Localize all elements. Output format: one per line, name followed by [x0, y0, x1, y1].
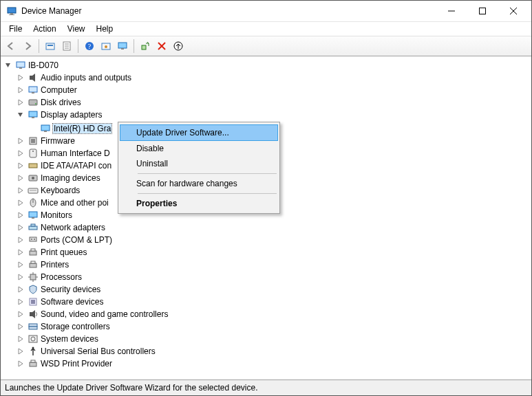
tree-category[interactable]: Keyboards — [16, 184, 85, 197]
properties-icon — [62, 41, 72, 51]
scan-button[interactable] — [138, 38, 153, 54]
svg-rect-31 — [32, 117, 34, 118]
menu-file[interactable]: File — [3, 23, 28, 35]
expand-icon[interactable] — [16, 98, 25, 107]
show-hidden-icon — [101, 41, 111, 51]
svg-rect-1 — [10, 13, 13, 14]
tree-category[interactable]: Storage controllers — [16, 320, 116, 333]
close-button[interactable] — [498, 1, 529, 21]
tree-category[interactable]: Human Interface D — [16, 147, 116, 160]
tree-category[interactable]: Monitors — [16, 209, 78, 221]
show-hidden-button[interactable] — [98, 38, 114, 54]
expand-icon[interactable] — [16, 248, 25, 257]
expand-icon[interactable] — [16, 73, 25, 82]
tree-root[interactable]: IB-D070 — [3, 59, 64, 72]
imaging-icon — [28, 173, 39, 184]
tree-category[interactable]: Printers — [16, 258, 74, 271]
svg-rect-33 — [44, 131, 47, 132]
tree-category[interactable]: Disk drives — [16, 96, 87, 109]
expand-icon[interactable] — [16, 136, 25, 146]
expand-icon[interactable] — [16, 161, 25, 170]
tree-category[interactable]: Computer — [16, 84, 83, 96]
tree-category[interactable]: Mice and other poi — [16, 197, 114, 209]
forward-icon — [23, 41, 32, 51]
back-button[interactable] — [3, 38, 19, 54]
svg-rect-38 — [29, 164, 37, 168]
tree-category-label: Disk drives — [41, 98, 81, 107]
device-tree[interactable]: IB-D070 Audio inputs and outputsComputer… — [1, 56, 531, 380]
properties-button[interactable] — [59, 38, 74, 54]
expand-icon[interactable] — [16, 173, 25, 183]
svg-rect-27 — [32, 92, 34, 94]
tree-category[interactable]: IDE ATA/ATAPI con — [16, 160, 117, 172]
svg-rect-70 — [31, 360, 35, 362]
tree-category[interactable]: System devices — [16, 333, 104, 345]
tree-category[interactable]: Imaging devices — [16, 172, 106, 184]
expand-icon[interactable] — [16, 186, 25, 195]
expand-icon[interactable] — [16, 297, 25, 307]
toolbar-separator — [78, 39, 78, 53]
context-menu-item[interactable]: Update Driver Software... — [120, 124, 278, 141]
tree-category[interactable]: Universal Serial Bus controllers — [16, 345, 161, 358]
collapse-icon[interactable] — [16, 110, 25, 120]
expand-icon[interactable] — [16, 198, 25, 208]
expand-icon[interactable] — [16, 272, 25, 282]
svg-rect-25 — [30, 76, 32, 80]
ide-icon — [28, 160, 39, 171]
expand-icon[interactable] — [16, 309, 25, 319]
context-menu: Update Driver Software...DisableUninstal… — [118, 122, 280, 214]
expand-icon[interactable] — [16, 85, 25, 95]
expand-icon[interactable] — [16, 334, 25, 344]
keyboard-icon — [28, 185, 39, 196]
tree-category[interactable]: Sound, video and game controllers — [16, 308, 173, 320]
toolbar-separator — [134, 39, 134, 53]
printer-icon — [28, 358, 39, 369]
svg-rect-65 — [29, 327, 37, 329]
window-title: Device Manager — [21, 6, 81, 16]
sound-icon — [28, 309, 39, 320]
svg-rect-56 — [30, 274, 36, 280]
tree-category[interactable]: Security devices — [16, 283, 106, 296]
expand-icon[interactable] — [16, 210, 25, 220]
tree-category[interactable]: Display adapters — [16, 109, 107, 121]
forward-button[interactable] — [20, 38, 35, 54]
expand-icon[interactable] — [16, 285, 25, 294]
context-menu-item[interactable]: Disable — [120, 141, 278, 156]
context-menu-item[interactable]: Uninstall — [120, 156, 278, 171]
tree-category[interactable]: Firmware — [16, 135, 81, 147]
svg-rect-62 — [31, 300, 35, 304]
expand-icon[interactable] — [16, 148, 25, 158]
tree-category[interactable]: Processors — [16, 271, 87, 283]
view-monitor-button[interactable] — [115, 38, 130, 54]
scan-icon — [140, 41, 150, 51]
svg-rect-64 — [29, 324, 37, 327]
expand-icon[interactable] — [16, 359, 25, 368]
show-all-button[interactable] — [43, 38, 58, 54]
help-button[interactable]: ? — [82, 38, 97, 54]
tree-category-label: Software devices — [41, 297, 103, 307]
tree-category[interactable]: Ports (COM & LPT) — [16, 234, 118, 246]
expand-icon[interactable] — [16, 260, 25, 270]
update-driver-button[interactable] — [171, 38, 186, 54]
tree-category[interactable]: Network adapters — [16, 221, 111, 234]
menu-view[interactable]: View — [62, 23, 91, 35]
expand-icon[interactable] — [16, 235, 25, 245]
tree-category[interactable]: Audio inputs and outputs — [16, 72, 137, 84]
collapse-icon[interactable] — [3, 60, 13, 70]
maximize-button[interactable] — [467, 1, 498, 21]
tree-category[interactable]: Print queues — [16, 246, 92, 258]
tree-category[interactable]: Software devices — [16, 296, 109, 308]
uninstall-button[interactable] — [154, 38, 169, 54]
context-menu-item[interactable]: Properties — [120, 196, 278, 211]
menu-help[interactable]: Help — [91, 23, 119, 35]
menu-action[interactable]: Action — [28, 23, 61, 35]
tree-category[interactable]: WSD Print Provider — [16, 358, 118, 370]
update-icon — [173, 41, 183, 51]
expand-icon[interactable] — [16, 223, 25, 232]
expand-icon[interactable] — [16, 346, 25, 356]
expand-icon[interactable] — [16, 322, 25, 331]
tree-device[interactable]: Intel(R) HD Gra — [28, 122, 117, 135]
minimize-button[interactable] — [436, 1, 467, 21]
context-menu-item[interactable]: Scan for hardware changes — [120, 176, 278, 191]
tree-category-label: Sound, video and game controllers — [41, 309, 168, 319]
